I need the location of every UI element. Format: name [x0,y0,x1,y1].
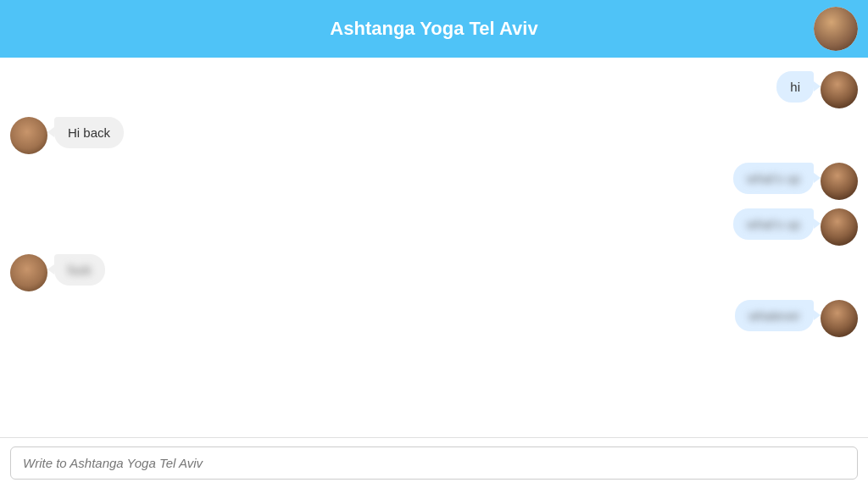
chat-messages: hiHi backwhat's upwhat's upfuckwhatever [0,58,868,437]
female-avatar [821,163,858,200]
message-row: hi [10,71,858,108]
message-input-area [0,437,868,488]
female-avatar [821,208,858,246]
message-row: Hi back [10,117,858,154]
message-row: what's up [10,163,858,200]
message-bubble: whatever [735,300,814,331]
male-avatar [10,254,47,291]
message-bubble: what's up [733,208,814,240]
female-avatar [821,300,858,337]
message-row: what's up [10,208,858,246]
message-bubble: what's up [733,163,814,194]
chat-title: Ashtanga Yoga Tel Aviv [330,18,537,40]
header-avatar-image [814,7,858,51]
message-row: whatever [10,300,858,337]
message-row: fuck [10,254,858,291]
female-avatar [821,71,858,108]
message-text: what's up [747,171,800,186]
male-avatar [10,117,47,154]
message-text: whatever [748,308,800,323]
message-text: Hi back [68,125,110,140]
chat-header: Ashtanga Yoga Tel Aviv [0,0,868,58]
message-text: what's up [747,217,800,231]
header-avatar [814,7,858,51]
message-bubble: fuck [54,254,105,286]
message-bubble: hi [776,71,814,103]
message-text: hi [790,80,800,94]
message-text: fuck [68,263,92,277]
message-bubble: Hi back [54,117,124,148]
message-input[interactable] [10,446,858,480]
